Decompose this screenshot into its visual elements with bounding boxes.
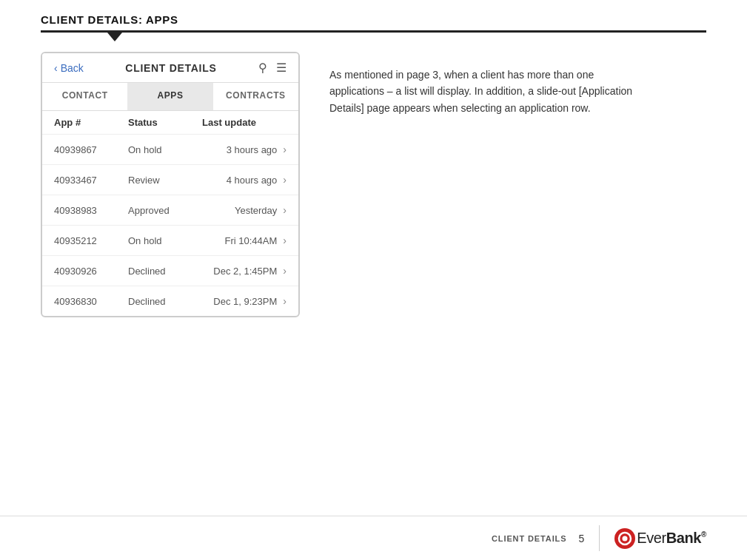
cell-status: Approved bbox=[128, 205, 202, 216]
table-row[interactable]: 40939867 On hold 3 hours ago › bbox=[42, 135, 298, 165]
cell-update: Yesterday bbox=[202, 205, 283, 216]
page-title: CLIENT DETAILS: APPS bbox=[41, 13, 706, 26]
row-chevron-icon: › bbox=[283, 295, 287, 307]
footer-left: CLIENT DETAILS 5 bbox=[492, 533, 584, 544]
logo-registered: ® bbox=[701, 530, 706, 539]
cell-update: Fri 10:44AM bbox=[202, 235, 283, 246]
menu-icon[interactable]: ☰ bbox=[276, 61, 287, 75]
table-row[interactable]: 40933467 Review 4 hours ago › bbox=[42, 165, 298, 195]
table-row[interactable]: 40930926 Declined Dec 2, 1:45PM › bbox=[42, 256, 298, 286]
back-button[interactable]: ‹ Back bbox=[54, 62, 84, 74]
cell-app-num: 40939867 bbox=[54, 144, 128, 155]
cell-app-num: 40933467 bbox=[54, 175, 128, 186]
cell-status: On hold bbox=[128, 235, 202, 246]
table-header: App # Status Last update bbox=[42, 111, 298, 135]
phone-header: ‹ Back CLIENT DETAILS ⚲ ☰ bbox=[42, 53, 298, 83]
svg-point-2 bbox=[623, 536, 628, 541]
description-area: As mentioned in page 3, when a client ha… bbox=[329, 52, 706, 317]
phone-screen-title: CLIENT DETAILS bbox=[125, 62, 216, 74]
phone-header-icons: ⚲ ☰ bbox=[258, 61, 287, 75]
row-chevron-icon: › bbox=[283, 174, 287, 186]
logo-text: EverBank® bbox=[637, 530, 706, 547]
row-chevron-icon: › bbox=[283, 144, 287, 155]
logo-ever: Ever bbox=[637, 530, 666, 546]
back-chevron-icon: ‹ bbox=[54, 62, 58, 74]
row-chevron-icon: › bbox=[283, 235, 287, 246]
footer-divider bbox=[599, 525, 600, 551]
cell-update: Dec 1, 9:23PM bbox=[202, 296, 283, 307]
cell-app-num: 40930926 bbox=[54, 266, 128, 277]
cell-update: 4 hours ago bbox=[202, 175, 283, 186]
search-icon[interactable]: ⚲ bbox=[258, 61, 267, 75]
footer-section-label: CLIENT DETAILS bbox=[492, 534, 566, 543]
cell-app-num: 40938983 bbox=[54, 205, 128, 216]
logo-bank: Bank bbox=[666, 530, 701, 546]
cell-status: Declined bbox=[128, 296, 202, 307]
cell-status: On hold bbox=[128, 144, 202, 155]
tab-contact[interactable]: CONTACT bbox=[42, 83, 127, 110]
table-row[interactable]: 40936830 Declined Dec 1, 9:23PM › bbox=[42, 286, 298, 316]
table-row[interactable]: 40938983 Approved Yesterday › bbox=[42, 195, 298, 226]
footer-page-number: 5 bbox=[578, 533, 584, 544]
cell-update: Dec 2, 1:45PM bbox=[202, 266, 283, 277]
phone-mockup: ‹ Back CLIENT DETAILS ⚲ ☰ CONTACT APPS C… bbox=[41, 52, 300, 317]
table-row[interactable]: 40935212 On hold Fri 10:44AM › bbox=[42, 226, 298, 256]
page-footer: CLIENT DETAILS 5 EverBank® bbox=[0, 516, 747, 560]
col-header-app: App # bbox=[54, 117, 128, 128]
content-area: ‹ Back CLIENT DETAILS ⚲ ☰ CONTACT APPS C… bbox=[0, 44, 747, 317]
row-chevron-icon: › bbox=[283, 204, 287, 216]
cell-app-num: 40935212 bbox=[54, 235, 128, 246]
tab-navigation: CONTACT APPS CONTRACTS bbox=[42, 83, 298, 111]
arrow-indicator bbox=[107, 33, 122, 41]
logo-svg bbox=[614, 528, 635, 549]
tab-contracts[interactable]: CONTRACTS bbox=[213, 83, 298, 110]
description-text: As mentioned in page 3, when a client ha… bbox=[329, 67, 640, 116]
cell-status: Declined bbox=[128, 266, 202, 277]
cell-status: Review bbox=[128, 175, 202, 186]
col-header-update: Last update bbox=[202, 117, 287, 128]
page-header: CLIENT DETAILS: APPS bbox=[0, 0, 747, 41]
table-body: 40939867 On hold 3 hours ago › 40933467 … bbox=[42, 135, 298, 316]
back-label: Back bbox=[61, 62, 84, 74]
everbank-logo: EverBank® bbox=[614, 528, 706, 549]
col-header-status: Status bbox=[128, 117, 202, 128]
tab-apps[interactable]: APPS bbox=[127, 83, 212, 110]
header-divider bbox=[41, 30, 706, 33]
cell-update: 3 hours ago bbox=[202, 144, 283, 155]
logo-circle-icon bbox=[614, 528, 635, 549]
cell-app-num: 40936830 bbox=[54, 296, 128, 307]
row-chevron-icon: › bbox=[283, 265, 287, 277]
